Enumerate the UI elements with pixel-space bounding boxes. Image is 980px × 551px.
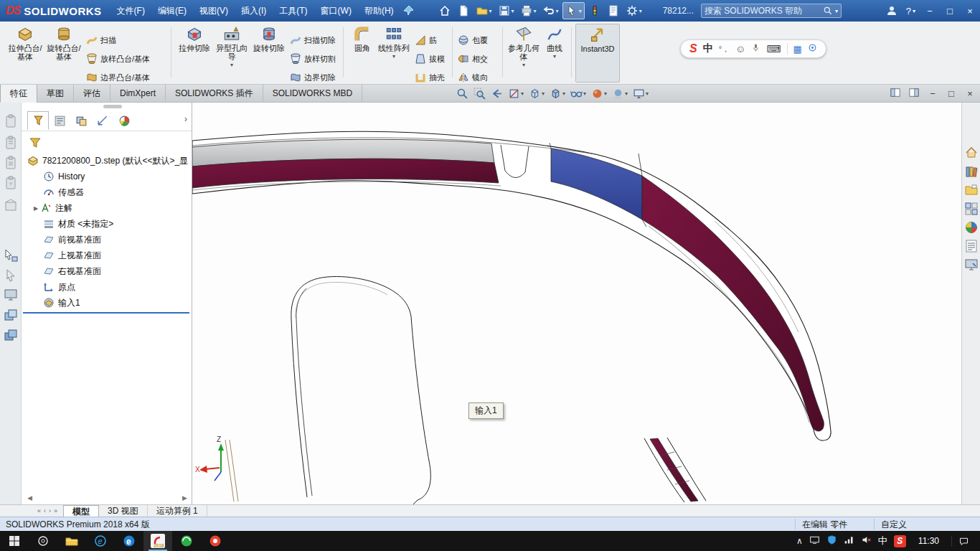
maximize-button[interactable]: □ <box>940 2 960 19</box>
tab-addins[interactable]: SOLIDWORKS 插件 <box>166 85 263 103</box>
taskbar-clock[interactable]: 11:30 <box>913 536 945 546</box>
tab-scroll-first[interactable]: « <box>37 507 41 514</box>
tree-item-front-plane[interactable]: 前视基准面 <box>22 232 191 248</box>
document-reference[interactable]: 78212... <box>663 6 694 16</box>
forum-icon[interactable] <box>964 258 979 272</box>
menu-tools[interactable]: 工具(T) <box>273 1 314 21</box>
pane-left-icon[interactable] <box>890 88 901 100</box>
clipboard-icon-1[interactable] <box>3 113 19 129</box>
section-view-button[interactable]: ▾ <box>508 88 524 100</box>
view-settings-button[interactable]: ▾ <box>633 88 649 100</box>
menu-insert[interactable]: 插入(I) <box>235 1 273 21</box>
revolve-cut-button[interactable]: 旋转切除 <box>251 24 287 83</box>
tray-expand-icon[interactable]: ∧ <box>796 536 803 546</box>
select-button[interactable]: ▾ <box>562 2 585 19</box>
doc-minimize-icon[interactable]: − <box>927 88 938 99</box>
tab-model[interactable]: 模型 <box>63 505 99 517</box>
cortana-search-button[interactable] <box>29 531 57 551</box>
boundary-cut-button[interactable]: 边界切除 <box>290 70 336 85</box>
reference-geometry-button[interactable]: 参考几何体 ▾ <box>507 24 541 83</box>
minimize-button[interactable]: − <box>920 2 940 19</box>
ime-skin-icon[interactable] <box>808 43 817 55</box>
rebuild-button[interactable] <box>586 3 603 19</box>
clipboard-icon-3[interactable] <box>3 155 19 171</box>
ime-toolbox-icon[interactable]: ▦ <box>793 44 802 55</box>
ime-keyboard-icon[interactable]: ⌨ <box>766 43 781 55</box>
layer-paste-icon[interactable] <box>3 327 19 343</box>
rib-button[interactable]: 筋 <box>415 33 437 47</box>
close-button[interactable]: × <box>960 2 980 19</box>
menu-help[interactable]: 帮助(H) <box>358 1 400 21</box>
options-button[interactable]: ▾ <box>623 3 644 19</box>
expand-icon[interactable]: ▶ <box>32 205 40 212</box>
tray-sogou-icon[interactable]: S <box>894 535 906 547</box>
solidworks-resources-icon[interactable] <box>964 146 979 160</box>
tree-scroll-right[interactable]: ▶ <box>182 494 187 501</box>
tree-item-material[interactable]: 材质 <未指定> <box>22 216 191 232</box>
box-icon[interactable] <box>3 198 19 214</box>
ime-emoji-icon[interactable]: ☺ <box>735 43 745 55</box>
tab-scroll-next[interactable]: › <box>49 507 51 514</box>
loft-cut-button[interactable]: 放样切割 <box>290 52 336 66</box>
view-orientation-button[interactable]: ▾ <box>529 88 545 100</box>
tab-motion-study[interactable]: 运动算例 1 <box>148 505 207 517</box>
loft-boss-button[interactable]: 放样凸台/基体 <box>86 52 150 66</box>
tab-sketch[interactable]: 草图 <box>37 85 74 103</box>
solidworks-taskbar-icon[interactable]: 2018 <box>143 531 172 551</box>
search-icon[interactable] <box>823 6 833 16</box>
tab-evaluate[interactable]: 评估 <box>74 85 110 103</box>
revolve-boss-button[interactable]: 旋转凸台/基体 <box>44 24 83 83</box>
boundary-boss-button[interactable]: 边界凸台/基体 <box>86 70 150 85</box>
ime-language-indicator[interactable]: 中 <box>703 42 713 55</box>
start-button[interactable] <box>0 531 29 551</box>
panel-splitter-handle[interactable] <box>103 105 122 108</box>
hole-wizard-button[interactable]: 异型孔向导 ▾ <box>214 24 250 83</box>
home-button[interactable] <box>436 3 453 19</box>
wrap-button[interactable]: 包覆 <box>458 33 488 47</box>
tree-filter-icon[interactable] <box>29 136 42 149</box>
appearances-scenes-icon[interactable] <box>964 220 979 235</box>
select-cube-icon[interactable] <box>3 248 19 263</box>
dimxpertmanager-tab[interactable] <box>92 111 113 130</box>
tab-features[interactable]: 特征 <box>0 85 37 103</box>
browser-360-taskbar-icon[interactable] <box>172 531 201 551</box>
edit-appearance-button[interactable]: ▾ <box>591 88 607 100</box>
file-explorer-icon[interactable] <box>964 183 979 197</box>
tab-3d-views[interactable]: 3D 视图 <box>99 505 148 517</box>
tray-volume-muted-icon[interactable] <box>861 534 872 548</box>
file-properties-button[interactable] <box>605 3 622 19</box>
propertymanager-tab[interactable] <box>49 111 70 130</box>
tab-dimxpert[interactable]: DimXpert <box>110 85 166 103</box>
ime-mic-icon[interactable] <box>751 43 760 55</box>
tray-security-icon[interactable] <box>826 534 837 548</box>
menu-file[interactable]: 文件(F) <box>110 1 151 21</box>
search-input[interactable] <box>705 6 823 16</box>
status-custom-text[interactable]: 自定义 <box>881 519 907 531</box>
action-center-icon[interactable] <box>951 536 976 547</box>
pane-right-icon[interactable] <box>908 88 920 100</box>
curves-button[interactable]: 曲线 ▾ <box>541 24 568 83</box>
tree-item-history[interactable]: History <box>22 169 191 184</box>
configurationmanager-tab[interactable] <box>70 111 92 130</box>
save-button[interactable]: ▾ <box>496 3 517 19</box>
intersect-button[interactable]: 相交 <box>458 52 488 66</box>
tab-mbd[interactable]: SOLIDWORKS MBD <box>263 85 362 103</box>
print-button[interactable]: ▾ <box>518 3 539 19</box>
draft-button[interactable]: 拔模 <box>415 52 445 66</box>
custom-properties-icon[interactable] <box>964 239 979 253</box>
tray-display-icon[interactable] <box>809 534 820 548</box>
clipboard-icon-4[interactable] <box>3 175 19 191</box>
tree-item-imported1[interactable]: 输入1 <box>22 295 191 311</box>
tab-scroll-last[interactable]: » <box>54 507 57 514</box>
linear-pattern-button[interactable]: 线性阵列 ▾ <box>377 24 410 83</box>
file-explorer-taskbar-icon[interactable] <box>57 531 86 551</box>
sogou-logo-icon[interactable]: S <box>689 42 697 55</box>
fillet-button[interactable]: 圆角 <box>347 24 377 83</box>
tree-item-sensors[interactable]: 传感器 <box>22 184 191 200</box>
tray-language-indicator[interactable]: 中 <box>878 534 887 547</box>
undo-button[interactable]: ▾ <box>540 3 561 19</box>
graphics-area[interactable]: X Z 输入1 <box>192 103 961 504</box>
instant3d-button[interactable]: Instant3D <box>575 24 620 83</box>
displaymanager-tab[interactable] <box>113 111 135 130</box>
select-arrow-icon[interactable] <box>3 268 19 283</box>
